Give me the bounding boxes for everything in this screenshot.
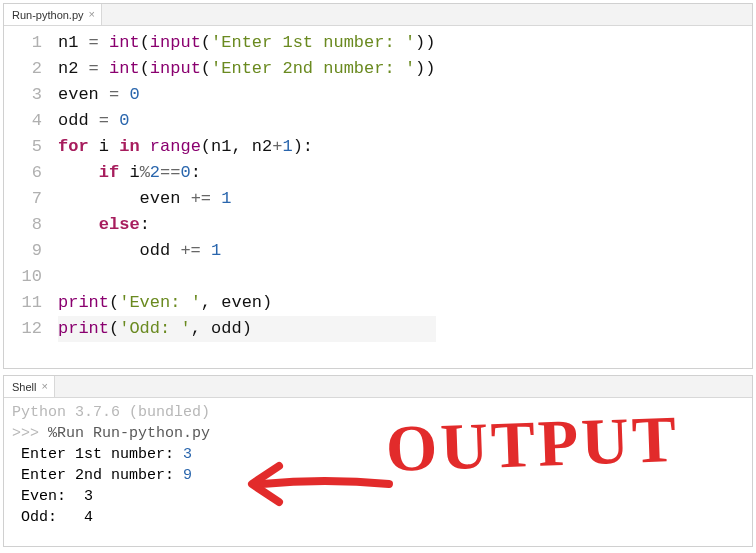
code-line[interactable]: n1 = int(input('Enter 1st number: ')) bbox=[58, 30, 436, 56]
code-line[interactable]: odd += 1 bbox=[58, 238, 436, 264]
code-line[interactable]: even = 0 bbox=[58, 82, 436, 108]
shell-tab-label: Shell bbox=[12, 381, 36, 393]
code-line[interactable]: if i%2==0: bbox=[58, 160, 436, 186]
shell-tab[interactable]: Shell × bbox=[4, 376, 55, 397]
line-number-gutter: 123456789101112 bbox=[4, 26, 52, 368]
editor-tab[interactable]: Run-python.py × bbox=[4, 4, 102, 25]
code-editor[interactable]: 123456789101112 n1 = int(input('Enter 1s… bbox=[4, 26, 752, 368]
shell-panel: Shell × Python 3.7.6 (bundled)>>> %Run R… bbox=[3, 375, 753, 547]
shell-prompt: >>> bbox=[12, 425, 48, 442]
shell-prompt-line: >>> %Run Run-python.py bbox=[12, 423, 744, 444]
line-number: 2 bbox=[10, 56, 42, 82]
line-number: 12 bbox=[10, 316, 42, 342]
code-line[interactable]: for i in range(n1, n2+1): bbox=[58, 134, 436, 160]
code-line[interactable]: print('Even: ', even) bbox=[58, 290, 436, 316]
line-number: 4 bbox=[10, 108, 42, 134]
shell-tab-bar: Shell × bbox=[4, 376, 752, 398]
code-line[interactable]: else: bbox=[58, 212, 436, 238]
line-number: 1 bbox=[10, 30, 42, 56]
shell-output-line: Enter 1st number: 3 bbox=[12, 444, 744, 465]
line-number: 7 bbox=[10, 186, 42, 212]
line-number: 5 bbox=[10, 134, 42, 160]
editor-tab-label: Run-python.py bbox=[12, 9, 84, 21]
line-number: 11 bbox=[10, 290, 42, 316]
code-line[interactable]: print('Odd: ', odd) bbox=[58, 316, 436, 342]
shell-output-line: Even: 3 bbox=[12, 486, 744, 507]
line-number: 9 bbox=[10, 238, 42, 264]
close-icon[interactable]: × bbox=[89, 9, 95, 20]
editor-tab-bar: Run-python.py × bbox=[4, 4, 752, 26]
shell-version-line: Python 3.7.6 (bundled) bbox=[12, 402, 744, 423]
shell-run-command: %Run Run-python.py bbox=[48, 425, 210, 442]
editor-panel: Run-python.py × 123456789101112 n1 = int… bbox=[3, 3, 753, 369]
shell-output-line: Enter 2nd number: 9 bbox=[12, 465, 744, 486]
shell-output[interactable]: Python 3.7.6 (bundled)>>> %Run Run-pytho… bbox=[4, 398, 752, 546]
code-line[interactable]: n2 = int(input('Enter 2nd number: ')) bbox=[58, 56, 436, 82]
code-lines[interactable]: n1 = int(input('Enter 1st number: '))n2 … bbox=[52, 26, 436, 368]
line-number: 8 bbox=[10, 212, 42, 238]
line-number: 6 bbox=[10, 160, 42, 186]
line-number: 10 bbox=[10, 264, 42, 290]
code-line[interactable] bbox=[58, 264, 436, 290]
line-number: 3 bbox=[10, 82, 42, 108]
close-icon[interactable]: × bbox=[41, 381, 47, 392]
code-line[interactable]: even += 1 bbox=[58, 186, 436, 212]
code-line[interactable]: odd = 0 bbox=[58, 108, 436, 134]
shell-output-line: Odd: 4 bbox=[12, 507, 744, 528]
